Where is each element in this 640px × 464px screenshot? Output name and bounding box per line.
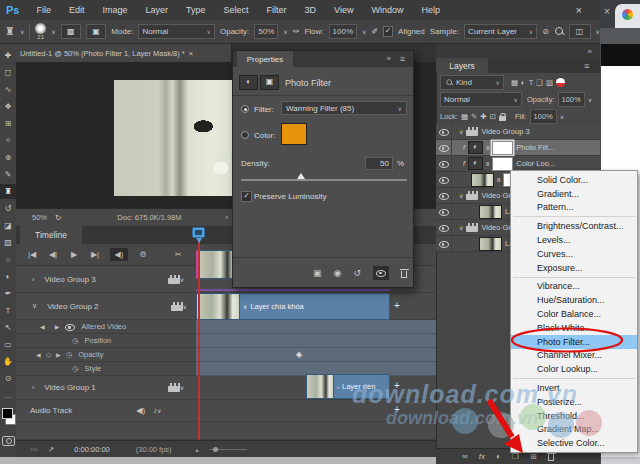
subtrack-opacity[interactable]: ◀ ◇ ▶ ◷ Opacity	[16, 348, 196, 362]
fill-value[interactable]: 100%	[530, 109, 557, 124]
lock-transparency-icon[interactable]: ▦	[461, 112, 468, 121]
blend-mode-select[interactable]: Normal∨	[138, 24, 215, 39]
menu-item-brightness-contrast[interactable]: Brightness/Contrast...	[511, 219, 637, 233]
group-collapse-chevron-icon[interactable]: ∨	[459, 192, 463, 199]
track-menu-chevron-icon[interactable]: ∨	[180, 276, 184, 283]
clone-source-panel-icon[interactable]: ▣	[86, 24, 106, 39]
pressure-opacity-icon[interactable]: ✑	[293, 27, 300, 36]
prev-keyframe-icon[interactable]: ◀	[36, 351, 41, 358]
mask-link-icon[interactable]: 8	[486, 145, 489, 151]
menu-item-curves[interactable]: Curves...	[511, 247, 637, 261]
lock-artboard-icon[interactable]: ⊡	[490, 112, 496, 121]
eyedropper-tool[interactable]: ✧	[0, 133, 16, 148]
clip-chevron-icon[interactable]: ∨	[243, 303, 247, 310]
warming-filter-select[interactable]: Warming Filter (85) ∨	[281, 101, 407, 115]
aligned-checkbox[interactable]: ✓	[383, 26, 393, 37]
playhead-line[interactable]	[198, 241, 200, 440]
type-tool[interactable]: T	[0, 303, 16, 318]
toggle-visibility-eye-icon[interactable]	[373, 266, 389, 280]
blur-tool[interactable]: ○	[0, 252, 16, 267]
current-tool-icon[interactable]: ♜	[5, 25, 15, 38]
flow-value[interactable]: 100%	[329, 24, 357, 39]
menu-item-color-balance[interactable]: Color Balance...	[511, 307, 637, 321]
move-tool[interactable]: ✚	[0, 48, 16, 63]
density-slider[interactable]	[241, 179, 407, 181]
opacity-chevron-icon[interactable]: ∨	[283, 28, 287, 35]
menu-help[interactable]: Help	[412, 0, 449, 20]
subtrack-style[interactable]: ◷ Style	[16, 362, 196, 376]
fill-chevron-icon[interactable]: ∨	[560, 113, 564, 120]
menu-view[interactable]: View	[325, 0, 362, 20]
dodge-tool[interactable]: ◐	[0, 269, 16, 284]
menu-item-hue-saturation[interactable]: Hue/Saturation...	[511, 293, 637, 307]
mask-link-icon[interactable]: 8	[497, 177, 500, 183]
clip-chevron-icon[interactable]: ›	[337, 384, 339, 390]
timeline-zoom-slider[interactable]	[209, 449, 247, 450]
healing-brush-tool[interactable]: ⊕	[0, 150, 16, 165]
sample-select[interactable]: Current Layer∨	[464, 24, 537, 39]
crop-tool[interactable]: ⊞	[0, 116, 16, 131]
zoom-level[interactable]: 50%	[32, 213, 47, 222]
layer-visibility-eye-icon[interactable]	[439, 160, 449, 168]
window-close-icon[interactable]: ×	[576, 4, 600, 16]
collapse-chevron-icon[interactable]: ∨	[32, 302, 37, 310]
layer-filtering-toggle[interactable]	[556, 78, 565, 87]
edit-toolbar-icon[interactable]: …	[0, 388, 16, 403]
add-keyframe-icon[interactable]: ◇	[46, 351, 51, 359]
clip-layer-chia-khoa[interactable]: ∨ Layer chìa khóa	[196, 293, 390, 320]
next-frame-button[interactable]: ▶|	[89, 250, 101, 259]
menu-select[interactable]: Select	[215, 0, 258, 20]
menu-item-vibrance[interactable]: Vibrance...	[511, 280, 637, 294]
keyframe-diamond-icon[interactable]: ◈	[296, 350, 302, 359]
opacity-value[interactable]: 50%	[254, 24, 278, 39]
menu-file[interactable]: File	[27, 0, 60, 20]
menu-type[interactable]: Type	[177, 0, 215, 20]
prev-frame-button[interactable]: ◀|	[47, 250, 59, 259]
layer-blend-mode-select[interactable]: Normal∨	[440, 92, 522, 107]
hand-tool[interactable]: ✋	[0, 354, 16, 369]
collapse-panel-icon[interactable]: »	[387, 54, 391, 63]
subtrack-altered-video[interactable]: ◀ ▶ Altered Video	[16, 320, 196, 334]
layer-thumbnail[interactable]	[471, 173, 494, 187]
foreground-color-swatch[interactable]	[2, 408, 13, 419]
kind-filter-select[interactable]: Kind∨	[440, 75, 504, 90]
link-layers-icon[interactable]: ∞	[462, 452, 468, 461]
layer-mask-thumbnail[interactable]	[492, 157, 513, 171]
collapse-panels-icon[interactable]: »	[588, 47, 592, 56]
pen-tool[interactable]: ✒	[0, 286, 16, 301]
ignore-adjustment-layers-icon[interactable]: ⊘	[542, 27, 549, 36]
view-previous-state-icon[interactable]: ◉	[334, 268, 342, 278]
canvas-image[interactable]	[114, 80, 238, 196]
menu-item-selective-color[interactable]: Selective Color...	[511, 436, 637, 450]
status-chevron-icon[interactable]: ›	[226, 213, 229, 222]
menu-filter[interactable]: Filter	[258, 0, 296, 20]
zoom-out-mountain-icon[interactable]: ▴	[196, 446, 199, 453]
layer-thumbnail[interactable]	[479, 237, 502, 251]
layers-panel-menu-icon[interactable]: ≡	[584, 61, 589, 71]
lock-all-icon[interactable]	[499, 113, 506, 121]
quick-mask-icon[interactable]	[2, 436, 15, 446]
expand-chevron-icon[interactable]: ›	[32, 384, 34, 391]
browser-tab-close-icon[interactable]: ×	[604, 6, 610, 17]
layer-visibility-eye-icon[interactable]	[439, 240, 449, 248]
audio-mute-button[interactable]: ◀)	[110, 248, 128, 261]
lock-position-icon[interactable]: ✚	[480, 112, 486, 121]
next-keyframe-icon[interactable]: ▶	[55, 323, 60, 330]
flow-chevron-icon[interactable]: ∨	[362, 28, 366, 35]
menu-layer[interactable]: Layer	[137, 0, 178, 20]
next-keyframe-icon[interactable]: ▶	[56, 351, 61, 358]
layer-thumbnail[interactable]	[479, 205, 502, 219]
stopwatch-icon[interactable]: ◷	[72, 336, 79, 345]
history-brush-tool[interactable]: ↺	[0, 201, 16, 216]
filter-adjustment-layers-icon[interactable]: ◐	[521, 78, 526, 87]
document-tab-close-icon[interactable]: ×	[189, 49, 193, 58]
document-tab[interactable]: Untitled-1 @ 50% (Photo Filter 1, Layer …	[16, 44, 232, 62]
marquee-tool[interactable]: ◻	[0, 65, 16, 80]
menu-window[interactable]: Window	[362, 0, 412, 20]
menu-item-black-white[interactable]: Black White...	[511, 321, 637, 335]
tool-preset-chevron-icon[interactable]: ∨	[20, 28, 24, 35]
menu-image[interactable]: Image	[94, 0, 137, 20]
brush-settings-panel-icon[interactable]: ▩	[61, 24, 81, 39]
brush-tool[interactable]: ✎	[0, 167, 16, 182]
new-group-icon[interactable]: ❐	[512, 452, 519, 461]
